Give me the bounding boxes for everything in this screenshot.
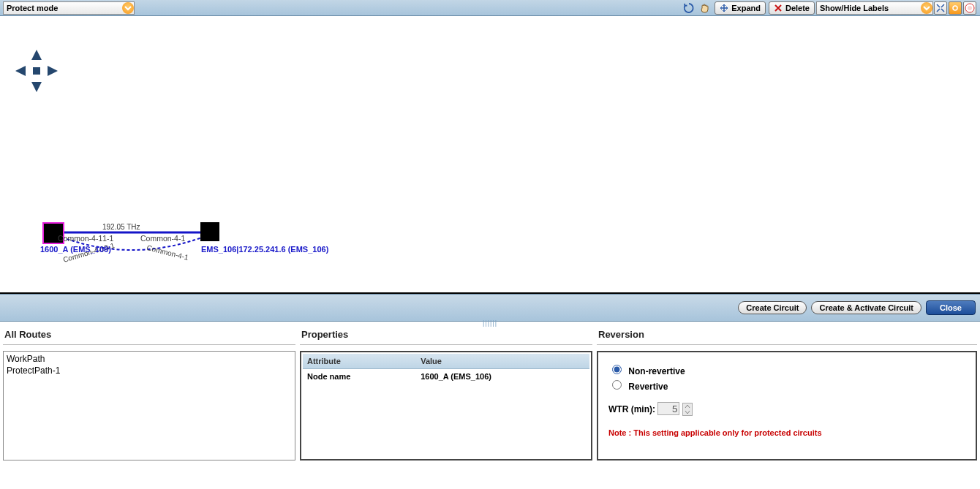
routes-panel: All Routes WorkPathProtectPath-1 xyxy=(3,325,295,460)
svg-rect-3 xyxy=(33,67,40,75)
mode-dropdown[interactable]: Protect mode xyxy=(3,1,135,15)
pan-control-icon[interactable] xyxy=(11,45,62,96)
delete-button-label: Delete xyxy=(785,4,810,12)
splitter-handle[interactable]: |||||| xyxy=(483,319,497,327)
action-bar: Create Circuit Create & Activate Circuit… xyxy=(0,294,980,322)
delete-button[interactable]: Delete xyxy=(769,1,815,15)
col-value: Value xyxy=(416,354,589,369)
reversion-panel: Reversion Non-revertive Revertive WTR (m… xyxy=(597,325,977,460)
non-revertive-option[interactable]: Non-revertive xyxy=(608,363,965,376)
col-attribute: Attribute xyxy=(303,354,416,369)
settings-icon[interactable] xyxy=(949,1,962,15)
table-row: Node name1600_A (EMS_106) xyxy=(303,369,589,384)
link-freq-label: 192.05 THz xyxy=(102,223,140,231)
properties-panel: Properties Attribute Value Node name1600… xyxy=(300,325,592,460)
node-b[interactable] xyxy=(200,222,219,241)
dropdown-arrow-icon xyxy=(921,2,932,14)
node-b-label: EMS_106|172.25.241.6 (EMS_106) xyxy=(201,245,328,254)
mode-dropdown-label: Protect mode xyxy=(7,4,58,12)
node-a-label: 1600_A (EMS_106) xyxy=(40,245,111,254)
port-a-label: Common-4-11-1 xyxy=(58,234,113,243)
expand-button[interactable]: Expand xyxy=(715,1,766,15)
close-button[interactable]: Close xyxy=(926,300,976,315)
wtr-spinner xyxy=(682,403,693,416)
dropdown-arrow-icon xyxy=(122,2,134,14)
port-b2-label: Common-4-1 xyxy=(146,243,189,262)
svg-point-2 xyxy=(968,6,972,10)
svg-point-0 xyxy=(953,6,957,10)
revertive-radio[interactable] xyxy=(612,380,622,390)
non-revertive-radio[interactable] xyxy=(612,365,622,374)
reversion-title: Reversion xyxy=(598,329,976,340)
show-hide-labels-dropdown[interactable]: Show/Hide Labels xyxy=(816,1,933,15)
properties-table: Attribute Value Node name1600_A (EMS_106… xyxy=(303,354,589,384)
spinner-up-icon xyxy=(683,403,692,409)
top-toolbar: Protect mode Expand Delete Show/Hide Lab… xyxy=(0,0,980,16)
routes-listbox[interactable]: WorkPathProtectPath-1 xyxy=(3,351,295,460)
lower-panels: All Routes WorkPathProtectPath-1 Propert… xyxy=(0,322,980,463)
create-activate-circuit-button[interactable]: Create & Activate Circuit xyxy=(811,301,921,314)
list-item[interactable]: ProtectPath-1 xyxy=(7,365,292,376)
routes-title: All Routes xyxy=(4,329,294,340)
wtr-input xyxy=(657,402,679,415)
wtr-label: WTR (min): xyxy=(608,404,655,414)
topology-canvas[interactable]: 192.05 THz Common-4-11-1 Common-4-1 Comm… xyxy=(0,16,980,294)
list-item[interactable]: WorkPath xyxy=(7,353,292,365)
reversion-note: Note : This setting applicable only for … xyxy=(608,428,965,438)
fit-icon[interactable] xyxy=(934,1,947,15)
revertive-option[interactable]: Revertive xyxy=(608,378,965,392)
port-b-label: Common-4-1 xyxy=(140,234,185,243)
help-icon[interactable] xyxy=(963,1,976,15)
spinner-down-icon xyxy=(683,409,692,415)
expand-button-label: Expand xyxy=(731,4,761,12)
properties-title: Properties xyxy=(301,329,591,340)
hand-pan-icon[interactable] xyxy=(698,1,712,15)
refresh-icon[interactable] xyxy=(682,1,696,15)
create-circuit-button[interactable]: Create Circuit xyxy=(738,301,807,314)
show-hide-labels-label: Show/Hide Labels xyxy=(820,4,889,12)
